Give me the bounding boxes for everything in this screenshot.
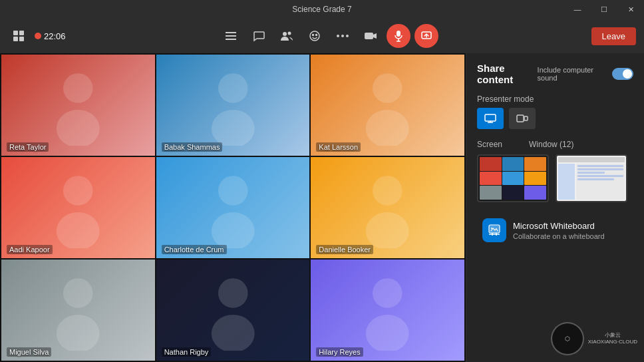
svg-point-23 [212,110,255,146]
svg-point-13 [341,35,344,37]
camera-button[interactable] [359,24,383,48]
participant-name: Reta Taylor [7,142,49,152]
share-screen-button[interactable] [414,24,438,48]
whiteboard-icon [482,218,506,242]
svg-point-37 [366,315,409,351]
window-preview[interactable] [556,154,627,202]
maximize-button[interactable]: ☐ [591,0,617,19]
svg-point-27 [57,212,100,248]
window-title: Science Grade 7 [292,5,351,14]
chat-button[interactable] [247,24,271,48]
share-previews [466,154,644,212]
recording-indicator [35,33,41,39]
participant-name: Aadi Kapoor [7,245,53,254]
participant-name: Babak Shammas [162,142,223,152]
svg-point-22 [218,73,248,103]
minimize-button[interactable]: — [564,0,591,19]
title-bar: Science Grade 7 — ☐ ✕ [0,0,644,19]
svg-rect-15 [365,33,373,39]
svg-point-35 [212,315,255,351]
participant-name: Charlotte de Crum [162,245,227,254]
screen-thumb[interactable] [477,154,549,202]
whiteboard-subtitle: Collaborate on a whiteboard [513,232,605,240]
participant-name: Nathan Rigby [162,347,212,357]
svg-rect-38 [485,114,496,121]
video-cell: Babak Shammas [156,55,310,156]
watermark-text: 小象云 XIAOXIANG·CLOUD [588,332,637,346]
toggle-knob [623,69,632,79]
toolbar-center [66,24,591,48]
video-cell: Danielle Booker [311,157,464,258]
timer-display: 22:06 [44,31,66,41]
svg-point-12 [337,35,339,37]
share-panel: Share content Include computer sound Pre… [466,53,644,362]
svg-point-31 [366,212,409,248]
svg-point-26 [63,176,93,206]
svg-rect-0 [13,31,18,35]
meeting-toolbar: 22:06 [0,19,644,53]
window-label: Window (12) [529,140,573,149]
svg-point-33 [57,315,100,351]
svg-point-11 [315,35,317,36]
main-area: Reta Taylor Babak Shammas Kat Larsson Aa… [0,53,644,362]
svg-rect-2 [13,37,18,41]
svg-rect-42 [524,116,528,120]
watermark-logo: ⬡ [551,322,584,355]
svg-point-8 [287,32,291,35]
svg-point-14 [346,35,349,37]
svg-point-21 [57,110,100,146]
whiteboard-item[interactable]: Microsoft Whiteboard Collaborate on a wh… [472,212,639,249]
mute-button[interactable] [387,24,410,48]
svg-point-7 [283,32,287,36]
window-controls: — ☐ ✕ [564,0,644,19]
people-button[interactable] [275,24,299,48]
watermark-line2: XIAOXIANG·CLOUD [588,339,637,345]
svg-point-36 [373,278,402,308]
participant-name: Hilary Reyes [316,347,363,357]
more-options-button[interactable] [219,24,243,48]
overflow-button[interactable] [331,24,355,48]
presenter-mode-screen-btn[interactable] [477,108,504,129]
video-cell: Miguel Silva [1,260,155,361]
svg-point-25 [366,110,409,146]
svg-point-24 [373,73,402,103]
whiteboard-text: Microsoft Whiteboard Collaborate on a wh… [513,221,605,240]
grid-view-button[interactable] [8,25,29,47]
reactions-button[interactable] [303,24,327,48]
screen-preview[interactable] [477,154,549,202]
screen-label: Screen [477,140,502,149]
participant-name: Miguel Silva [7,347,51,357]
toolbar-right: Leave [591,27,636,45]
participant-name: Kat Larsson [316,142,361,152]
computer-sound-toggle[interactable] [612,68,633,80]
svg-point-20 [63,73,93,103]
video-cell: Reta Taylor [1,55,155,156]
svg-rect-16 [397,31,401,37]
video-cell: Kat Larsson [311,55,464,156]
svg-point-28 [218,176,248,206]
window-thumb[interactable] [556,154,627,202]
close-button[interactable]: ✕ [617,0,644,19]
svg-rect-41 [517,115,524,122]
presenter-mode-camera-btn[interactable] [509,108,536,129]
toolbar-left: 22:06 [8,25,66,47]
svg-point-44 [491,228,492,229]
watermark-line1: 小象云 [588,332,637,339]
watermark: ⬡ 小象云 XIAOXIANG·CLOUD [551,322,637,355]
recording-badge: 22:06 [35,31,66,41]
video-cell: Hilary Reyes [311,260,464,361]
svg-point-30 [373,176,402,206]
svg-rect-1 [19,31,24,35]
svg-point-9 [310,31,319,41]
svg-point-29 [212,212,255,248]
svg-point-32 [63,278,93,308]
watermark-icon: ⬡ [565,335,570,343]
video-cell: Nathan Rigby [156,260,310,361]
video-cell: Charlotte de Crum [156,157,310,258]
share-panel-header: Share content Include computer sound [466,53,644,90]
svg-point-10 [312,35,313,36]
whiteboard-title: Microsoft Whiteboard [513,221,605,231]
leave-button[interactable]: Leave [591,27,636,45]
video-cell: Aadi Kapoor [1,157,155,258]
svg-rect-43 [489,225,500,233]
